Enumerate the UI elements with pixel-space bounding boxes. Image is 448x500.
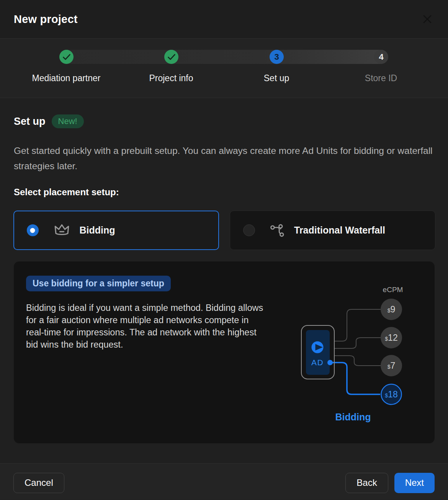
close-icon: [421, 13, 433, 25]
connector-line-2: [334, 338, 381, 348]
bidding-info-panel: Use bidding for a simpler setup Bidding …: [14, 261, 435, 443]
step-1-circle[interactable]: [59, 50, 74, 64]
placement-options: Bidding Traditional Waterfall: [13, 211, 435, 250]
dialog-header: New project: [0, 0, 448, 39]
cancel-button[interactable]: Cancel: [13, 473, 64, 493]
ad-label: AD: [311, 358, 324, 367]
step-number: 3: [274, 52, 279, 62]
illustration-caption: Bidding: [335, 412, 371, 422]
check-icon: [62, 54, 71, 60]
ecpm-label: eCPM: [383, 286, 403, 294]
dialog-body: Set up New! Get started quickly with a p…: [0, 98, 448, 463]
section-heading: Set up: [14, 116, 46, 127]
new-badge: New!: [52, 114, 84, 128]
step-number: 4: [379, 52, 383, 62]
dialog-title: New project: [14, 13, 78, 26]
wizard-stepper: 3 4 Mediation partner Project info Set u…: [0, 39, 448, 98]
step-2-circle[interactable]: [164, 50, 178, 64]
bidding-radio[interactable]: [27, 224, 39, 236]
close-button[interactable]: [420, 12, 434, 26]
step-label-mediation-partner[interactable]: Mediation partner: [32, 73, 101, 83]
connector-line-winner: [332, 363, 380, 394]
bid-source-dot: [327, 360, 333, 365]
select-placement-label: Select placement setup:: [14, 187, 119, 198]
bidding-tip-badge: Use bidding for a simpler setup: [26, 276, 171, 291]
new-project-dialog: New project 3 4 Mediation partner Projec…: [0, 0, 448, 500]
option-card-traditional-waterfall[interactable]: Traditional Waterfall: [230, 211, 435, 250]
step-3-circle[interactable]: 3: [270, 50, 284, 64]
step-4-circle[interactable]: 4: [374, 50, 388, 64]
next-button[interactable]: Next: [394, 473, 435, 493]
dialog-footer: Cancel Back Next: [0, 463, 448, 500]
crown-icon: [53, 223, 70, 238]
waterfall-icon: [270, 224, 285, 237]
step-label-project-info[interactable]: Project info: [149, 73, 193, 83]
connector-line-1: [334, 309, 381, 341]
option-label-traditional-waterfall: Traditional Waterfall: [294, 225, 385, 236]
option-label-bidding: Bidding: [80, 225, 115, 236]
back-button[interactable]: Back: [345, 473, 388, 493]
option-card-bidding[interactable]: Bidding: [13, 211, 219, 250]
section-description: Get started quickly with a prebuilt setu…: [14, 143, 435, 174]
bidding-description: Bidding is ideal if you want a simple me…: [26, 302, 267, 351]
check-icon: [167, 54, 176, 60]
stepper-track: [59, 50, 388, 64]
step-label-set-up[interactable]: Set up: [264, 73, 289, 83]
waterfall-radio[interactable]: [243, 224, 255, 236]
step-label-store-id: Store ID: [365, 73, 397, 83]
bidding-illustration: eCPM AD $9 $12 $7: [289, 279, 435, 426]
connector-line-3: [334, 356, 381, 366]
